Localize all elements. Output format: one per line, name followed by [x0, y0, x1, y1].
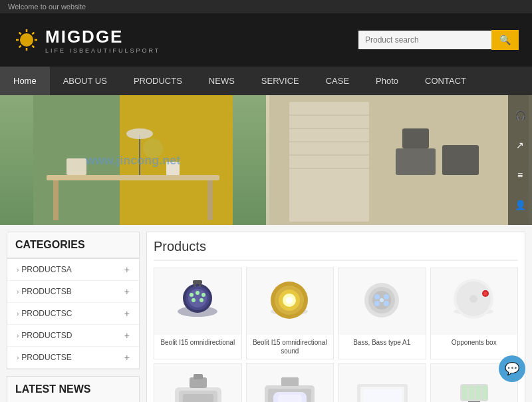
product-card-1[interactable]: Beolit I15 omnidirectional sound [246, 268, 334, 359]
product-name-2: Bass, Bass type A1 [338, 335, 426, 355]
share-icon[interactable]: ↗ [516, 140, 524, 150]
svg-point-36 [192, 298, 196, 302]
svg-rect-63 [194, 374, 203, 379]
menu-icon[interactable]: ≡ [517, 170, 523, 180]
product-card-0[interactable]: Beolit I15 omnidirectional [154, 268, 242, 359]
svg-rect-68 [281, 377, 299, 386]
svg-line-7 [33, 33, 35, 35]
product-svg-3 [446, 275, 502, 328]
svg-rect-27 [442, 145, 479, 175]
hero-banner: www.jincong.net 🎧 ↗ ≡ 👤 [0, 95, 532, 225]
category-label: PRODUCTSB [21, 287, 71, 296]
nav-item-service[interactable]: SERVICE [248, 67, 313, 95]
product-card-6[interactable]: Beosound rotation [338, 363, 426, 402]
svg-point-0 [20, 33, 33, 47]
nav-item-home[interactable]: Home [0, 67, 50, 95]
arrow-icon: › [17, 266, 19, 274]
headset-icon[interactable]: 🎧 [515, 110, 526, 120]
product-svg-4 [170, 371, 226, 402]
expand-icon[interactable]: + [124, 330, 130, 341]
sidebar-item-productse[interactable]: ›PRODUCTSE + [7, 347, 139, 369]
product-card-3[interactable]: Opponents box [430, 268, 519, 359]
expand-icon[interactable]: + [124, 308, 130, 319]
svg-point-52 [380, 298, 384, 302]
product-svg-7 [446, 371, 502, 402]
search-input[interactable] [358, 31, 491, 49]
product-svg-2 [354, 275, 410, 328]
product-svg-0 [170, 275, 226, 328]
svg-rect-16 [166, 162, 180, 175]
arrow-icon: › [17, 354, 19, 361]
svg-rect-77 [475, 385, 481, 400]
svg-point-58 [469, 295, 477, 303]
nav-item-photo[interactable]: Photo [362, 67, 412, 95]
category-label: PRODUCTSA [21, 265, 71, 274]
sidebar-item-productsa[interactable]: ›PRODUCTSA + [7, 259, 139, 281]
nav-item-about[interactable]: ABOUT US [50, 67, 120, 95]
news-title: LATEST NEWS [7, 377, 139, 402]
svg-point-15 [143, 138, 163, 158]
search-button[interactable]: 🔍 [491, 30, 519, 50]
logo-subtitle: LIFE ISBEAUTIFULSPORT [45, 47, 160, 54]
categories-panel: CATEGORIES ›PRODUCTSA + ›PRODUCTSB + ›PR… [7, 232, 140, 369]
sidebar-item-productsc[interactable]: ›PRODUCTSC + [7, 303, 139, 325]
svg-rect-13 [207, 180, 213, 220]
product-card-4[interactable]: BeoPlay two speakers [154, 363, 242, 402]
svg-rect-12 [53, 180, 59, 220]
hero-right-illustration [266, 95, 532, 225]
product-image-5 [247, 364, 334, 402]
svg-rect-26 [396, 148, 436, 175]
svg-point-34 [196, 291, 200, 295]
hero-left-panel: www.jincong.net [0, 95, 266, 225]
nav-item-products[interactable]: PRODUCTS [120, 67, 196, 95]
nav-item-contact[interactable]: CONTACT [412, 67, 479, 95]
svg-point-44 [286, 297, 293, 303]
svg-point-35 [201, 293, 205, 297]
svg-line-6 [33, 46, 35, 48]
svg-rect-71 [363, 389, 402, 402]
nav-item-news[interactable]: NEWS [196, 67, 248, 95]
top-bar: Welcome to our website [0, 0, 532, 13]
svg-point-51 [384, 301, 389, 306]
svg-point-49 [384, 294, 389, 300]
product-image-2 [338, 268, 426, 335]
latest-news-panel: LATEST NEWS ■ Panaconic may curb so 2019… [7, 376, 140, 402]
svg-line-8 [19, 46, 21, 48]
svg-rect-75 [462, 385, 467, 400]
products-grid: Beolit I15 omnidirectional Beolit I15 om… [154, 268, 518, 402]
product-card-2[interactable]: Bass, Bass type A1 [338, 268, 426, 359]
category-label: PRODUCTSD [21, 331, 72, 340]
expand-icon[interactable]: + [124, 352, 130, 363]
svg-rect-38 [193, 280, 202, 284]
product-image-6 [338, 364, 426, 402]
expand-icon[interactable]: + [124, 264, 130, 275]
chat-bubble[interactable]: 💬 [499, 355, 525, 382]
logo-area: MIGDGE LIFE ISBEAUTIFULSPORT [13, 27, 160, 54]
logo-name: MIGDGE [45, 27, 160, 47]
svg-point-33 [190, 293, 194, 297]
categories-title: CATEGORIES [7, 232, 139, 259]
category-label: PRODUCTSC [21, 309, 72, 318]
product-svg-5 [261, 371, 318, 402]
arrow-icon: › [17, 310, 19, 317]
svg-rect-20 [289, 102, 369, 222]
arrow-icon: › [17, 332, 19, 339]
hero-right-panel [266, 95, 532, 225]
products-area: Products [146, 232, 525, 402]
expand-icon[interactable]: + [124, 286, 130, 297]
product-svg-1 [261, 275, 318, 328]
svg-rect-28 [402, 128, 429, 148]
svg-point-57 [483, 292, 487, 296]
user-icon[interactable]: 👤 [515, 200, 526, 210]
sidebar-item-productsb[interactable]: ›PRODUCTSB + [7, 281, 139, 303]
svg-rect-10 [120, 95, 233, 225]
nav-item-case[interactable]: CASE [313, 67, 362, 95]
product-card-5[interactable]: BeoPlay A9 wireless [246, 363, 334, 402]
svg-rect-76 [469, 385, 474, 400]
svg-point-50 [374, 301, 380, 306]
sidebar-item-productsd[interactable]: ›PRODUCTSD + [7, 325, 139, 347]
sidebar: CATEGORIES ›PRODUCTSA + ›PRODUCTSB + ›PR… [7, 232, 140, 402]
logo-icon [13, 27, 40, 53]
category-label: PRODUCTSE [21, 353, 71, 362]
product-image-0 [154, 268, 241, 335]
